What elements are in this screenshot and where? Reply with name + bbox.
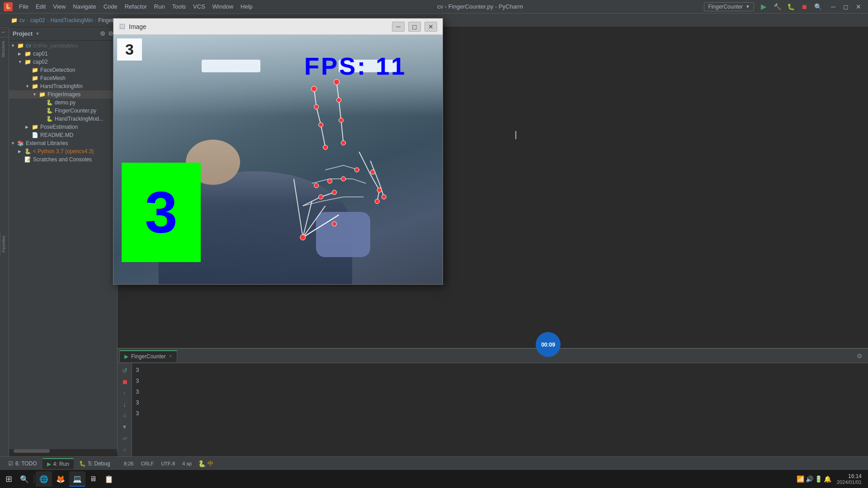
tree-item-cap02[interactable]: ▼ 📁 cap02 [9, 58, 117, 66]
image-maximize-button[interactable]: ◻ [408, 22, 421, 32]
image-window-title: Image [129, 23, 388, 30]
start-button[interactable]: ⊞ [2, 471, 16, 487]
line-col-status[interactable]: 8:26 [121, 461, 136, 466]
menu-help[interactable]: Help [237, 1, 256, 12]
tree-item-handtrackingmin[interactable]: ▼ 📁 HandTrackingMin [9, 82, 117, 90]
expand-icon: ▼ [33, 92, 38, 97]
taskbar-search[interactable]: 🔍 [16, 471, 33, 487]
menu-refactor[interactable]: Refactor [121, 1, 151, 12]
taskbar-pycharm[interactable]: 💻 [69, 471, 85, 487]
bc-project-icon: 📁 [11, 17, 18, 23]
settings-icon[interactable]: ⚙ [853, 351, 866, 361]
sidebar-scroll-thumb[interactable] [14, 449, 50, 453]
tree-item-fingercounterpy[interactable]: 🐍 FingerCounter.py [9, 107, 117, 115]
tree-item-demopy[interactable]: 🐍 demo.py [9, 99, 117, 107]
line-sep-status[interactable]: CRLF [138, 461, 156, 466]
menu-run[interactable]: Run [151, 1, 169, 12]
bc-cap02[interactable]: cap02 [30, 17, 45, 23]
taskbar-explorer[interactable]: 🖥 [86, 471, 100, 487]
menu-file[interactable]: File [15, 1, 32, 12]
bc-sep1: › [27, 17, 28, 23]
wrap-button[interactable]: ⇌ [119, 433, 131, 443]
menu-tools[interactable]: Tools [169, 1, 189, 12]
image-close-button[interactable]: ✕ [425, 22, 437, 32]
scroll-down-button[interactable]: ↓ [119, 399, 131, 409]
tray-notification[interactable]: 🔔 [824, 475, 831, 483]
menu-navigate[interactable]: Navigate [69, 1, 99, 12]
svg-point-26 [311, 86, 317, 92]
libs-icon: 📚 [17, 140, 24, 146]
project-header: Project ▼ ⚙ ⚙ [9, 27, 117, 41]
bc-cv[interactable]: cv [19, 17, 25, 23]
sort-button[interactable]: ≡ [119, 410, 131, 421]
run-tab-label: 4: Run [53, 461, 69, 467]
tab-debug[interactable]: 🐛 5: Debug [75, 459, 115, 469]
structure-tab[interactable]: Structure [0, 37, 9, 61]
debug-button[interactable]: 🐛 [785, 2, 797, 12]
svg-point-34 [370, 170, 375, 174]
python-icon: 🐍 [24, 148, 31, 155]
tray-volume[interactable]: 🔊 [806, 475, 813, 483]
favorites-tab[interactable]: Favorites [0, 232, 9, 256]
tree-label: cap02 [33, 59, 48, 65]
project-tab[interactable]: 1 [0, 27, 9, 37]
bc-handtracking[interactable]: HandTrackingMin [51, 17, 93, 23]
tree-sublabel: D:\File_yan\study\cv [33, 43, 78, 48]
tree-label: FingerImages [47, 91, 80, 98]
tab-run[interactable]: ▶ 4: Run [42, 458, 74, 469]
tab-close-icon[interactable]: ✕ [169, 354, 172, 359]
tree-item-python[interactable]: ▶ 🐍 < Python 3.7 (opencv4.3) [9, 147, 117, 155]
taskbar-clipboard[interactable]: 📋 [101, 471, 117, 487]
tree-item-external[interactable]: ▼ 📚 External Libraries [9, 139, 117, 147]
close-button[interactable]: ✕ [853, 2, 864, 11]
tree-label: FaceMesh [40, 75, 66, 81]
tree-item-cap01[interactable]: ▶ 📁 cap01 [9, 50, 117, 58]
menu-code[interactable]: Code [100, 1, 121, 12]
minimize-button[interactable]: ─ [827, 2, 839, 11]
menu-window[interactable]: Window [209, 1, 237, 12]
tray-battery[interactable]: 🔋 [815, 475, 822, 483]
taskbar-firefox[interactable]: 🦊 [52, 471, 69, 487]
tree-item-facemesh[interactable]: 📁 FaceMesh [9, 74, 117, 82]
run-button[interactable]: ▶ [758, 2, 769, 12]
taskbar-clock[interactable]: 16:14 2024/01/01 [834, 473, 864, 485]
stop-button[interactable]: ⏹ [798, 2, 810, 12]
run-config-label: FingerCounter [708, 4, 743, 10]
project-panel: Project ▼ ⚙ ⚙ ▼ 📁 cv D:\File_yan\study\c… [9, 27, 118, 453]
run-tab-fingercounter[interactable]: ▶ FingerCounter ✕ [119, 350, 177, 362]
image-minimize-button[interactable]: ─ [392, 22, 405, 32]
menu-vcs[interactable]: VCS [189, 1, 209, 12]
run-config-dropdown[interactable]: FingerCounter ▼ [704, 2, 754, 11]
project-settings-icon[interactable]: ⚙ [100, 30, 105, 37]
todo-label: 6: TODO [15, 460, 37, 467]
tab-todo[interactable]: ☑ 6: TODO [4, 459, 42, 469]
run-actions-sidebar: ↺ ⏹ ↑ ↓ ≡ ▼ ⇌ » [118, 363, 132, 456]
file-icon: 📄 [32, 132, 38, 138]
filter-button[interactable]: ▼ [119, 422, 131, 432]
window-title: cv - FingerCounter.py - PyCharm [256, 3, 704, 10]
build-button[interactable]: 🔨 [771, 2, 783, 12]
tree-item-readme[interactable]: 📄 README.MD [9, 131, 117, 139]
tree-item-fingerimages[interactable]: ▼ 📁 FingerImages [9, 90, 117, 99]
tree-item-scratches[interactable]: 📝 Scratches and Consoles [9, 155, 117, 164]
svg-line-11 [359, 152, 370, 174]
search-everywhere-button[interactable]: 🔍 [812, 2, 824, 12]
scroll-up-button[interactable]: ↑ [119, 388, 131, 398]
bc-sep3: › [94, 17, 96, 23]
taskbar-chrome[interactable]: 🌐 [36, 471, 52, 487]
maximize-button[interactable]: ◻ [840, 2, 852, 11]
tray-wifi[interactable]: 📶 [797, 475, 804, 483]
more-button[interactable]: » [119, 444, 131, 455]
menu-edit[interactable]: Edit [32, 1, 49, 12]
sidebar-horizontal-scroll[interactable] [9, 449, 117, 453]
stop-run-button[interactable]: ⏹ [119, 376, 131, 387]
tree-item-poseestimation[interactable]: ▶ 📁 PoseEstimation [9, 123, 117, 131]
encoding-status[interactable]: UTF-8 [158, 461, 178, 466]
menu-view[interactable]: View [49, 1, 69, 12]
tree-item-facedetection[interactable]: 📁 FaceDetection [9, 66, 117, 74]
tree-label: External Libraries [26, 140, 68, 146]
tree-item-handtrackingmod[interactable]: 🐍 HandTrackingMod... [9, 115, 117, 123]
rerun-button[interactable]: ↺ [119, 365, 131, 375]
tree-item-cv[interactable]: ▼ 📁 cv D:\File_yan\study\cv [9, 42, 117, 50]
indent-status[interactable]: 4 sp [179, 461, 194, 466]
